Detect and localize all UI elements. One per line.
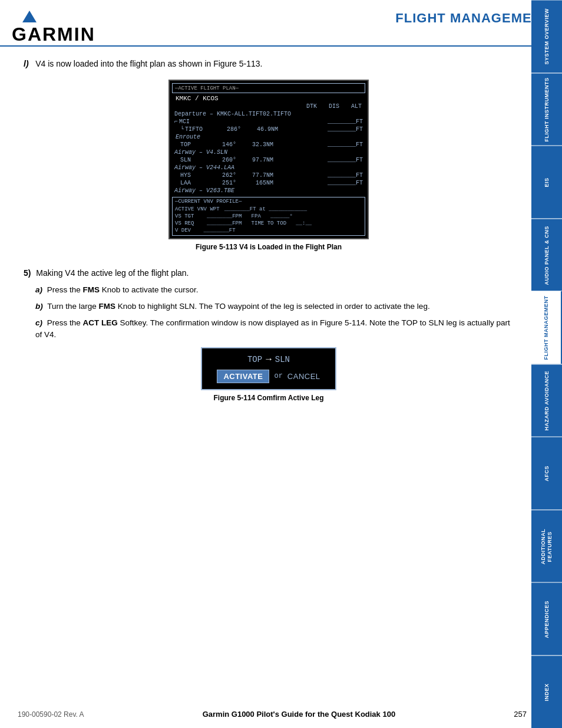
step-5-container: 5) Making V4 the active leg of the fligh… [24,268,514,278]
garmin-triangle-icon [22,11,37,22]
sidebar-tab-eis[interactable]: EIS [531,146,562,219]
fp-row-tifto: └ TIFTO 286° 46.9NM ________FT [172,126,365,133]
fp-departure: Departure – KMKC-ALL.TIFT02.TIFTO [172,110,365,118]
confirm-buttons-row: ACTIVATE or CANCEL [210,370,327,383]
fp-active-header: —ACTIVE FLIGHT PLAN— [172,83,365,93]
sidebar-tab-appendices[interactable]: APPENDICES [531,582,562,655]
step-5a-label: a) [35,285,42,294]
sidebar-tab-audio-panel[interactable]: AUDIO PANEL & CNS [531,219,562,292]
cancel-button[interactable]: CANCEL [287,372,320,381]
fp-row-sln: SLN 260° 97.7NM ________FT [172,156,365,164]
step-5b-label: b) [35,302,43,311]
fp-row-mci: ⌐ MCI ________FT [172,118,365,126]
page-title: FLIGHT MANAGEMENT [113,11,550,31]
sidebar-tab-afcs[interactable]: AFCS [531,437,562,510]
sidebar: SYSTEM OVERVIEW FLIGHT INSTRUMENTS EIS A… [531,0,562,728]
fp-col-dis: DIS [329,103,339,110]
figure-114-caption: Figure 5-114 Comfirm Active Leg [214,394,324,402]
sidebar-tab-additional-features[interactable]: ADDITIONAL FEATURES [531,510,562,583]
fp-route: KMKC / KCOS [172,94,365,103]
step-5c-softkey: ACT LEG [83,318,118,327]
fp-airway-v244laa: Airway – V244.LAA [172,164,365,172]
logo-area: GARMIN [12,11,95,45]
sidebar-tab-hazard-avoidance[interactable]: HAZARD AVOIDANCE [531,364,562,437]
step-5a-knob: FMS [83,285,100,294]
fp-row-top: TOP 146° 32.3NM ________FT [172,141,365,149]
sidebar-tab-flight-instruments[interactable]: FLIGHT INSTRUMENTS [531,73,562,146]
fp-column-headers: DTK DIS ALT [172,103,365,110]
sidebar-tab-flight-management[interactable]: FLIGHT MANAGEMENT [531,291,562,364]
intro-step-text: V4 is now loaded into the flight plan as… [35,59,262,68]
step-5b-knob: FMS [99,302,116,311]
vnv-row-vdev: V DEV ________FT [175,227,362,234]
flight-plan-screen: —ACTIVE FLIGHT PLAN— KMKC / KCOS DTK DIS… [168,80,369,239]
figure-113-container: —ACTIVE FLIGHT PLAN— KMKC / KCOS DTK DIS… [24,80,514,263]
vnv-section: —CURRENT VNV PROFILE— ACTIVE VNV WPT ___… [172,197,365,236]
fp-col-alt: ALT [351,103,362,110]
figure-113-caption: Figure 5-113 V4 is Loaded in the Flight … [196,243,342,251]
step-5-text: Making V4 the active leg of the flight p… [36,268,189,278]
confirm-dialog: TOP → SLN ACTIVATE or CANCEL [201,347,336,390]
vnv-header: —CURRENT VNV PROFILE— [175,199,362,205]
confirm-from-wp: TOP [247,355,262,364]
vnv-row-vstgt: VS TGT ________FPM FPA ______° [175,213,362,220]
fp-airway-v263tbe: Airway – V263.TBE [172,187,365,195]
confirm-to-wp: SLN [275,355,290,364]
main-content: l) V4 is now loaded into the flight plan… [0,47,531,430]
intro-step-label: l) [24,59,29,68]
step-5a: a) Press the FMS Knob to activate the cu… [35,284,514,296]
garmin-logo: GARMIN [12,24,95,45]
fp-row-laa: LAA 251° 165NM ________FT [172,179,365,187]
footer-title: Garmin G1000 Pilot's Guide for the Quest… [203,710,395,719]
step-5c: c) Press the ACT LEG Softkey. The confir… [35,317,514,341]
sidebar-tab-index[interactable]: INDEX [531,655,562,729]
page-footer: 190-00590-02 Rev. A Garmin G1000 Pilot's… [18,710,527,719]
footer-doc-number: 190-00590-02 Rev. A [18,710,84,719]
confirm-route-display: TOP → SLN [210,354,327,365]
fp-section-enroute: Enroute [172,133,365,141]
vnv-row-active: ACTIVE VNV WPT ________FT at ___________… [175,206,362,213]
fp-col-dtk: DTK [306,103,317,110]
confirm-arrow-icon: → [266,354,272,365]
page-header: GARMIN FLIGHT MANAGEMENT [0,0,562,47]
figure-114-container: TOP → SLN ACTIVATE or CANCEL Figure 5-11… [24,347,514,414]
step-5-number: 5) [24,268,31,278]
fp-airway-v4sln: Airway – V4.SLN [172,149,365,156]
intro-step: l) V4 is now loaded into the flight plan… [24,58,514,70]
footer-page-number: 257 [514,710,527,719]
or-label: or [274,372,282,380]
activate-button[interactable]: ACTIVATE [217,370,269,383]
vnv-row-vsreq: VS REQ ________FPM TIME TO TOD __:__ [175,220,362,227]
step-5c-label: c) [35,318,42,327]
fp-row-hys: HYS 262° 77.7NM ________FT [172,172,365,179]
sidebar-tab-system-overview[interactable]: SYSTEM OVERVIEW [531,0,562,73]
step-5b: b) Turn the large FMS Knob to highlight … [35,301,514,312]
